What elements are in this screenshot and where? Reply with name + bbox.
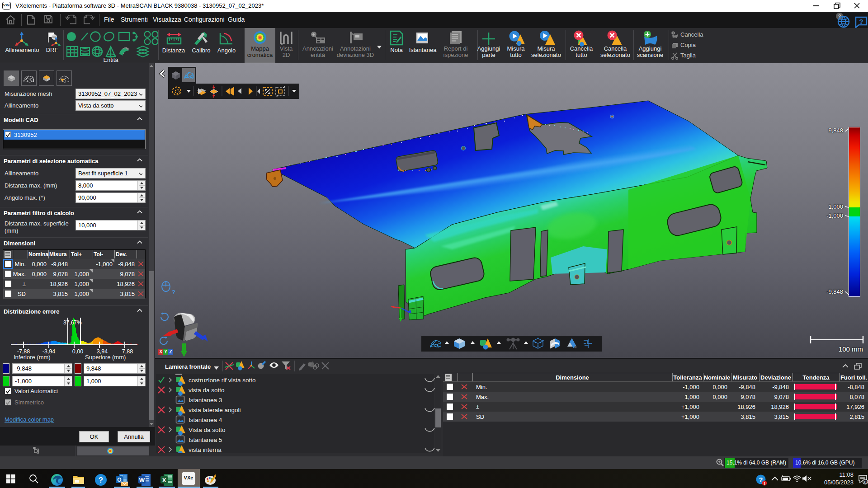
svg-text:vista da sotto: vista da sotto [189, 387, 225, 394]
svg-text:8: 8 [864, 480, 866, 484]
svg-text:Istantanea 4: Istantanea 4 [189, 417, 222, 423]
svg-text:X: X [162, 477, 166, 483]
svg-text:37,67%: 37,67% [63, 319, 82, 326]
svg-text:O: O [117, 477, 121, 483]
svg-text:100 mm: 100 mm [839, 345, 863, 353]
svg-text:?: ? [172, 289, 175, 296]
svg-text:?: ? [99, 476, 103, 484]
svg-text:vista laterale angoli: vista laterale angoli [189, 407, 241, 413]
svg-text:Vista da sotto: Vista da sotto [189, 427, 226, 433]
svg-text:vista interna: vista interna [189, 446, 222, 453]
svg-text:!: ! [764, 481, 765, 486]
svg-text:Istantanea 5: Istantanea 5 [189, 436, 222, 443]
svg-text:W: W [139, 477, 145, 483]
svg-text:costruzione rif vista sotto: costruzione rif vista sotto [189, 377, 256, 384]
svg-text:Istantanea 3: Istantanea 3 [189, 397, 222, 404]
svg-text:?: ? [859, 18, 863, 25]
svg-text:0,00: 0,00 [72, 348, 83, 354]
